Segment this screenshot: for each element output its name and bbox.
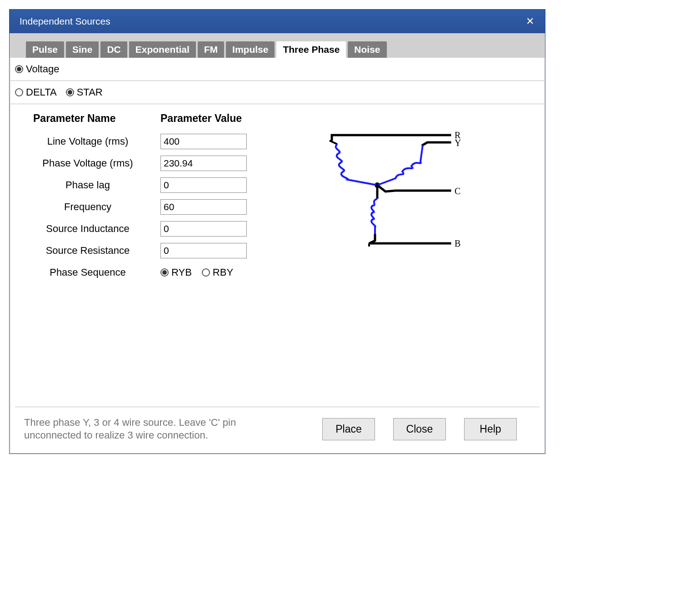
title-bar: Independent Sources ✕ — [10, 10, 545, 33]
col-header-value: Parameter Value — [160, 112, 247, 125]
radio-icon — [66, 88, 74, 96]
place-button[interactable]: Place — [322, 418, 375, 440]
star-radio[interactable]: STAR — [66, 86, 103, 98]
param-table: Parameter Name Parameter Value Line Volt… — [33, 112, 247, 398]
close-button[interactable]: Close — [393, 418, 446, 440]
voltage-radio[interactable]: Voltage — [15, 63, 59, 75]
tab-pulse[interactable]: Pulse — [26, 41, 64, 58]
tab-noise[interactable]: Noise — [348, 41, 386, 58]
param-label: Source Resistance — [33, 245, 142, 257]
param-label: Phase Sequence — [33, 267, 142, 278]
tab-dc[interactable]: DC — [100, 41, 127, 58]
star-label: STAR — [77, 86, 103, 98]
diagram-label-b: B — [455, 238, 460, 248]
diagram-label-c: C — [455, 186, 460, 196]
col-header-name: Parameter Name — [33, 112, 142, 125]
tab-three-phase[interactable]: Three Phase — [276, 41, 346, 58]
help-button[interactable]: Help — [464, 418, 517, 440]
param-label: Phase Voltage (rms) — [33, 157, 142, 169]
tab-impulse[interactable]: Impulse — [226, 41, 275, 58]
diagram-label-y: Y — [455, 138, 461, 148]
ryb-radio[interactable]: RYB — [160, 267, 192, 278]
tab-sine[interactable]: Sine — [66, 41, 99, 58]
frequency-input[interactable] — [160, 199, 247, 215]
radio-icon — [15, 65, 23, 73]
tab-strip: Pulse Sine DC Exponential FM Impulse Thr… — [10, 33, 545, 58]
rby-label: RBY — [213, 267, 233, 278]
line-voltage-input[interactable] — [160, 134, 247, 149]
param-label: Line Voltage (rms) — [33, 136, 142, 147]
radio-icon — [160, 268, 169, 277]
params-area: Parameter Name Parameter Value Line Volt… — [10, 104, 544, 407]
rby-radio[interactable]: RBY — [202, 267, 233, 278]
close-icon[interactable]: ✕ — [522, 14, 538, 29]
delta-radio[interactable]: DELTA — [15, 86, 57, 98]
star-diagram: R Y C B — [247, 112, 530, 398]
radio-icon — [15, 88, 23, 96]
param-label: Phase lag — [33, 179, 142, 191]
param-label: Frequency — [33, 201, 142, 213]
source-resistance-input[interactable] — [160, 243, 247, 258]
independent-sources-dialog: Independent Sources ✕ Pulse Sine DC Expo… — [9, 9, 545, 454]
star-diagram-svg: R Y C B — [305, 126, 473, 258]
phase-lag-input[interactable] — [160, 177, 247, 193]
delta-label: DELTA — [26, 86, 57, 98]
radio-icon — [202, 268, 210, 277]
footer-buttons: Place Close Help — [322, 418, 517, 440]
source-inductance-input[interactable] — [160, 221, 247, 237]
footer: Three phase Y, 3 or 4 wire source. Leave… — [10, 407, 544, 453]
content-panel: Voltage DELTA STAR Parameter Name Parame… — [10, 58, 545, 454]
param-label: Source Inductance — [33, 223, 142, 235]
tab-fm[interactable]: FM — [198, 41, 224, 58]
phase-sequence-group: RYB RBY — [160, 265, 247, 280]
ryb-label: RYB — [171, 267, 192, 278]
window-title: Independent Sources — [20, 16, 110, 27]
phase-voltage-input[interactable] — [160, 156, 247, 171]
voltage-label: Voltage — [26, 63, 59, 75]
source-type-row: Voltage — [10, 58, 544, 81]
footer-help-text: Three phase Y, 3 or 4 wire source. Leave… — [24, 416, 242, 442]
topology-row: DELTA STAR — [10, 81, 544, 104]
tab-exponential[interactable]: Exponential — [129, 41, 196, 58]
